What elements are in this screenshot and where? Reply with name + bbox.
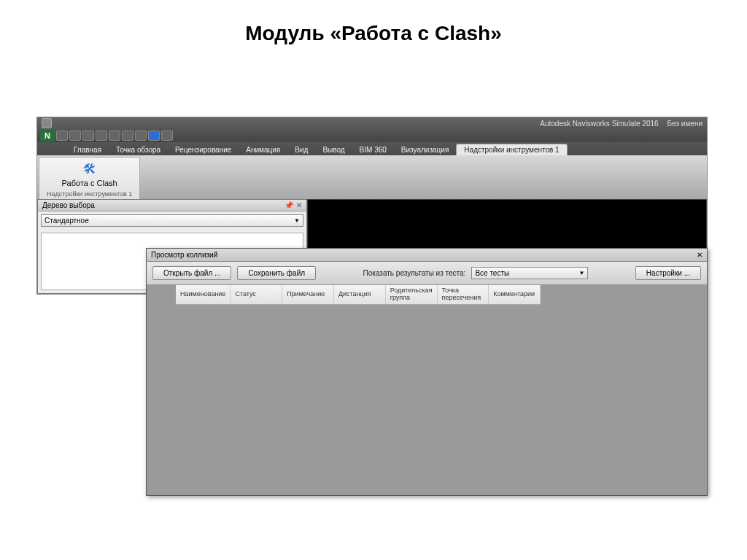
app-menu-button[interactable]: N	[40, 130, 55, 141]
dialog-title: Просмотр коллизий	[151, 251, 217, 259]
qat-print-icon[interactable]	[96, 131, 107, 141]
clash-review-dialog: Просмотр коллизий ✕ Открыть файл ... Сох…	[146, 248, 708, 496]
test-filter-dropdown[interactable]: Все тесты ▼	[471, 267, 588, 279]
col-status[interactable]: Статус	[231, 285, 282, 304]
results-table-header: Наименование Статус Примечание Дистанция…	[176, 285, 541, 305]
close-icon[interactable]: ✕	[296, 201, 302, 209]
qat-open-icon[interactable]	[69, 131, 81, 141]
tree-panel-header: Дерево выбора 📌 ✕	[38, 200, 306, 211]
qat-redo-icon[interactable]	[135, 131, 147, 141]
save-file-button[interactable]: Сохранить файл	[237, 266, 316, 280]
tab-viewpoint[interactable]: Точка обзора	[109, 144, 168, 155]
settings-button[interactable]: Настройки ...	[635, 266, 701, 280]
tab-bim360[interactable]: BIM 360	[352, 144, 394, 155]
test-filter-value: Все тесты	[475, 269, 509, 277]
qat-new-icon[interactable]	[56, 131, 68, 141]
col-note[interactable]: Примечание	[282, 285, 334, 304]
ribbon-group-label: Надстройки инструментов 1	[44, 190, 135, 198]
slide-title: Модуль «Работа с Clash»	[0, 22, 747, 45]
chevron-down-icon: ▼	[578, 270, 584, 276]
dialog-titlebar: Просмотр коллизий ✕	[147, 249, 707, 262]
col-intersection[interactable]: Точка пересечения	[438, 285, 489, 304]
tab-view[interactable]: Вид	[287, 144, 315, 155]
col-distance[interactable]: Дистанция	[334, 285, 386, 304]
quick-access-toolbar: N	[37, 129, 707, 142]
open-file-button[interactable]: Открыть файл ...	[152, 266, 231, 280]
tools-icon: 🛠	[83, 162, 96, 177]
qat-dropdown-icon[interactable]	[161, 131, 173, 141]
window-icon	[42, 118, 52, 128]
qat-save-icon[interactable]	[82, 131, 94, 141]
tab-output[interactable]: Вывод	[315, 144, 352, 155]
titlebar: Autodesk Navisworks Simulate 2016 Без им…	[37, 117, 707, 129]
tree-mode-value: Стандартное	[44, 217, 89, 225]
ribbon-tabstrip: Главная Точка обзора Рецензирование Аним…	[37, 142, 707, 155]
qat-refresh-icon[interactable]	[109, 131, 120, 141]
clash-module-button[interactable]: 🛠 Работа с Clash	[56, 160, 123, 189]
clash-button-label: Работа с Clash	[62, 179, 117, 187]
chevron-down-icon: ▼	[294, 217, 300, 224]
ribbon-panel: 🛠 Работа с Clash Надстройки инструментов…	[37, 155, 707, 199]
tab-review[interactable]: Рецензирование	[168, 144, 239, 155]
tree-panel-title: Дерево выбора	[42, 201, 95, 209]
col-parent-group[interactable]: Родительская группа	[386, 285, 438, 304]
tab-addins-1[interactable]: Надстройки инструментов 1	[456, 144, 567, 155]
dialog-close-icon[interactable]: ✕	[697, 251, 703, 259]
tab-home[interactable]: Главная	[66, 144, 109, 155]
qat-select-icon[interactable]	[148, 131, 160, 141]
dialog-toolbar: Открыть файл ... Сохранить файл Показать…	[147, 262, 707, 285]
app-title: Autodesk Navisworks Simulate 2016	[540, 120, 658, 128]
ribbon-group-addins: 🛠 Работа с Clash Надстройки инструментов…	[39, 157, 140, 200]
col-name[interactable]: Наименование	[176, 285, 231, 304]
tab-render[interactable]: Визуализация	[394, 144, 456, 155]
tree-mode-dropdown[interactable]: Стандартное ▼	[41, 214, 303, 227]
pin-icon[interactable]: 📌	[285, 201, 293, 209]
tab-animation[interactable]: Анимация	[239, 144, 287, 155]
filter-label: Показать результаты из теста:	[363, 269, 466, 277]
document-name: Без имени	[667, 120, 703, 128]
col-comments[interactable]: Комментарии	[489, 285, 541, 304]
results-table-body[interactable]	[147, 305, 707, 495]
qat-undo-icon[interactable]	[122, 131, 133, 141]
